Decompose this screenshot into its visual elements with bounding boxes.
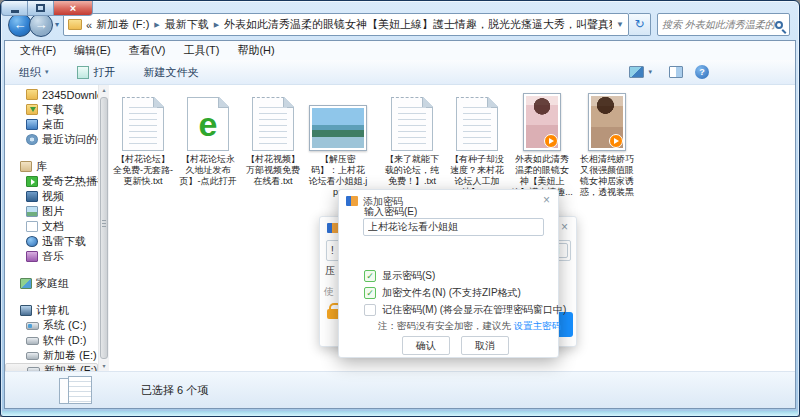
cancel-button[interactable]: 取消 [461,336,509,355]
selection-status: 已选择 6 个项 [141,383,208,398]
sidebar-item-label: 音乐 [42,249,64,264]
drive-icon [26,337,39,345]
open-label: 打开 [94,65,116,80]
menu-file[interactable]: 文件(F) [11,41,65,60]
breadcrumb-segment-downloads[interactable]: 最新下载 [165,17,209,32]
file-item[interactable]: 【村花视频】万部视频免费在线看.txt [242,89,304,187]
sidebar-item-downloads[interactable]: 下载 [5,102,98,117]
file-item[interactable]: 【村花论坛】全免费-无套路-更新快.txt [112,89,174,187]
close-icon[interactable]: × [561,220,568,234]
desktop-icon [26,119,38,130]
breadcrumb-overflow-icon[interactable]: « [86,19,92,31]
history-dropdown-icon[interactable]: ▾ [55,20,59,29]
file-item[interactable]: 【来了就能下载的论坛，纯免费！】.txt [381,89,443,187]
menu-help[interactable]: 帮助(H) [228,41,283,60]
scroll-up-icon[interactable]: ▴ [99,85,109,95]
help-icon: ? [699,67,705,77]
file-name: 【村花论坛】全免费-无套路-更新快.txt [112,154,174,187]
open-button[interactable]: 打开 [72,63,121,82]
menu-edit[interactable]: 编辑(E) [65,41,120,60]
views-button[interactable]: ▾ [624,64,657,80]
breadcrumb-segment-drive[interactable]: 新加卷 (F:) [96,17,149,32]
drive-icon [26,352,39,360]
txt-file-icon [391,97,433,151]
sidebar-item-videos[interactable]: 视频 [5,189,98,204]
address-row: ← → ▾ « 新加卷 (F:) ▶ 最新下载 ▶ 外表如此清秀温柔的眼镜女神【… [8,12,790,37]
sidebar-scrollbar[interactable]: ▴ ▾ [98,85,109,371]
sidebar-item-label: 图片 [42,204,64,219]
encrypt-filenames-checkbox[interactable]: ✓ 加密文件名(N) (不支持ZIP格式) [364,286,521,300]
sidebar-item-recent-places[interactable]: 最近访问的位置 [5,132,98,147]
address-dropdown-icon[interactable]: ▼ [616,20,624,29]
sidebar-item-label: 迅雷下载 [42,234,86,249]
minimize-button[interactable] [1,1,28,16]
explorer-window: × ← → ▾ « 新加卷 (F:) ▶ 最新下载 ▶ 外表如此清秀温柔的眼镜女… [0,0,800,417]
details-pane: 已选择 6 个项 [5,371,795,408]
sidebar-item-music[interactable]: 音乐 [5,249,98,264]
sidebar-item-documents[interactable]: 文档 [5,219,98,234]
computer-icon [20,305,32,316]
close-icon[interactable]: × [543,193,550,207]
forward-button[interactable]: → [29,13,53,37]
scroll-down-icon[interactable]: ▾ [99,361,109,371]
menu-view[interactable]: 查看(V) [120,41,175,60]
sidebar-item-desktop[interactable]: 桌面 [5,117,98,132]
file-item[interactable]: 【有种子却没速度？来村花论坛人工加速】.txt [446,89,508,198]
preview-pane-button[interactable] [669,66,683,78]
maximize-button[interactable] [28,1,54,16]
sidebar-item-libraries[interactable]: 库 [5,159,98,174]
checkbox-label: 加密文件名(N) (不支持ZIP格式) [382,286,521,300]
password-input[interactable] [363,218,544,236]
window-bottom-edge [2,411,798,416]
sidebar-item-iqiyi-videos[interactable]: 爱奇艺热播视频 [5,174,98,189]
help-button[interactable]: ? [695,65,709,79]
file-item[interactable]: 长相清纯娇巧又很强颜值眼镜女神居家诱惑，透视装黑网袜各种... [576,89,638,198]
sidebar-item-homegroup[interactable]: 家庭组 [5,276,98,291]
sidebar-item-pictures[interactable]: 图片 [5,204,98,219]
remember-password-checkbox[interactable]: 记住密码(M) (将会显示在管理密码窗口中) [364,303,566,317]
refresh-button[interactable]: ↻ [629,13,651,36]
sidebar-item-drive-f[interactable]: 新加卷 (F:) [5,363,98,371]
file-name: 长相清纯娇巧又很强颜值眼镜女神居家诱惑，透视装黑网袜各种... [576,154,638,198]
sidebar-item-drive-e[interactable]: 新加卷 (E:) [5,348,98,363]
music-icon [26,251,38,262]
crumb-separator-icon[interactable]: ▶ [154,21,159,29]
refresh-icon: ↻ [634,17,644,31]
confirm-button[interactable]: 确认 [402,336,450,355]
menu-tools[interactable]: 工具(T) [174,41,228,60]
sidebar-item-label: 系统 (C:) [43,318,86,333]
chevron-down-icon: ▾ [648,68,652,76]
sidebar-item-label: 视频 [42,189,64,204]
open-icon [77,66,89,79]
sidebar-item-drive-c[interactable]: 系统 (C:) [5,318,98,333]
sidebar-gap [5,291,98,303]
sidebar-item-2345downloads[interactable]: 2345Downloads [5,87,98,102]
organize-button[interactable]: 组织 ▾ [14,63,54,82]
show-password-checkbox[interactable]: ✓ 显示密码(S) [364,269,435,283]
file-item[interactable]: 【解压密码】：上村花论坛看小姐姐.jpg [307,89,369,198]
chevron-down-icon: ▾ [45,68,49,76]
sidebar-item-label: 家庭组 [36,276,69,291]
file-item[interactable]: 外表如此清秀温柔的眼镜女神【美妞上線】護士情趣... [511,89,573,198]
sidebar-item-label: 最近访问的位置 [42,132,98,147]
crumb-separator-icon[interactable]: ▶ [214,21,219,29]
thunder-icon [26,236,38,247]
sidebar-item-drive-d[interactable]: 软件 (D:) [5,333,98,348]
set-master-password-link[interactable]: 设置主密码 [514,320,562,331]
search-icon[interactable] [775,21,783,29]
views-icon [629,66,644,78]
address-bar[interactable]: « 新加卷 (F:) ▶ 最新下载 ▶ 外表如此清秀温柔的眼镜女神【美妞上線】護… [63,13,629,36]
new-folder-button[interactable]: 新建文件夹 [139,63,204,82]
breadcrumb-segment-folder[interactable]: 外表如此清秀温柔的眼镜女神【美妞上線】護士情趣，脱光光瘙逼大秀，叫聲真狗騷的！ [224,17,612,32]
sidebar-item-computer[interactable]: 计算机 [5,303,98,318]
sidebar-item-label: 库 [36,159,47,174]
close-button[interactable]: × [54,1,93,16]
close-icon: × [70,2,76,14]
file-item[interactable]: e 【村花论坛永久地址发布页】-点此打开 [177,89,239,187]
search-input[interactable] [662,19,775,30]
scrollbar-thumb[interactable] [100,97,108,359]
organize-label: 组织 [19,65,41,80]
sidebar-item-thunder-downloads[interactable]: 迅雷下载 [5,234,98,249]
checkbox-label: 显示密码(S) [382,269,435,283]
recent-places-icon [26,134,38,145]
